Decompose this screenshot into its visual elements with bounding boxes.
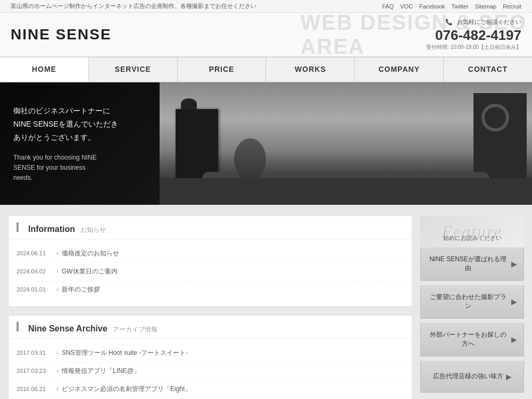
news-date-3: 2024.01.01 — [16, 286, 56, 293]
feature-btn-1-text: NINE SENSEが選ばれる理由 — [427, 255, 509, 273]
archive-content: 2017.03.31 › SNS管理ツール Hoot suite -フートスイー… — [9, 339, 412, 399]
archive-section: Nine Sense Archive アーカイブ情報 2017.03.31 › … — [8, 315, 412, 399]
archive-date-1: 2017.03.31 — [16, 350, 56, 356]
news-date-2: 2024.04.02 — [16, 268, 56, 275]
news-item-3: 2024.01.01 › 新年のご挨拶 — [16, 281, 404, 298]
top-bar-description: 富山県のホームページ制作からインターネット広告の企画制作、各種撮影までお任せくだ… — [11, 2, 256, 10]
feature-header: Feature 始めにお読みください — [420, 215, 524, 247]
business-hours: 受付時間: 10:00-19:00【土日祝日休み】 — [426, 44, 521, 51]
sitemap-link[interactable]: Sitemap — [475, 3, 496, 10]
hero-section: 御社のビジネスパートナーに NINE SENSEを選んでいただき ありがとうござ… — [0, 82, 532, 205]
feature-btn-2[interactable]: ご要望に合わせた撮影プラン ▶ — [420, 285, 524, 319]
archive-accent-bar — [16, 322, 19, 331]
recruit-link[interactable]: Recruit — [503, 3, 521, 10]
feature-gap-1 — [420, 281, 524, 285]
archive-arrow-2: › — [56, 367, 59, 375]
feature-btn-2-arrow: ▶ — [511, 297, 517, 306]
trees-decoration — [234, 138, 266, 181]
hero-en-text: Thank you for choosing NINE SENSE for yo… — [13, 153, 146, 184]
phone-icon: 📞 — [445, 19, 453, 25]
voc-link[interactable]: VOC — [400, 3, 413, 10]
feature-gap-3 — [420, 356, 524, 361]
news-date-1: 2024.06.11 — [16, 250, 56, 256]
hero-image — [160, 82, 532, 205]
archive-link-2[interactable]: 情報発信アプリ「LINE@」 — [62, 367, 140, 376]
archive-header: Nine Sense Archive アーカイブ情報 — [9, 315, 412, 339]
feature-btn-2-text: ご要望に合わせた撮影プラン — [427, 293, 509, 311]
water-decoration — [160, 178, 532, 205]
nav-works[interactable]: WORKS — [266, 57, 355, 82]
header: NINE SENSE WEB DESIGN & SEOAREA 📞 お気軽にご相… — [0, 13, 532, 57]
archive-subtitle: アーカイブ情報 — [113, 325, 157, 334]
top-bar-links: FAQ VOC Facebook Twitter Sitemap Recruit — [382, 3, 521, 10]
information-section: Information お知らせ 2024.06.11 › 価格改定のお知らせ … — [8, 215, 412, 307]
top-bar: 富山県のホームページ制作からインターネット広告の企画制作、各種撮影までお任せくだ… — [0, 0, 532, 13]
archive-item-1: 2017.03.31 › SNS管理ツール Hoot suite -フートスイー… — [16, 344, 404, 362]
section-accent-bar — [16, 222, 19, 232]
nav-company[interactable]: COMPANY — [355, 57, 444, 82]
feature-label: 始めにお読みください — [443, 234, 502, 242]
twitter-link[interactable]: Twitter — [451, 3, 468, 10]
feature-btn-3-arrow: ▶ — [511, 335, 517, 344]
archive-title: Nine Sense Archive — [28, 324, 107, 334]
feature-btn-1[interactable]: NINE SENSEが選ばれる理由 ▶ — [420, 247, 524, 281]
feature-btn-4-text: 広告代理店様の強い味方 — [433, 372, 503, 381]
archive-arrow-1: › — [56, 349, 59, 356]
consult-text: 📞 お気軽にご相談ください — [426, 18, 521, 26]
archive-item-2: 2017.03.23 › 情報発信アプリ「LINE@」 — [16, 362, 404, 380]
nav-contact[interactable]: CONTACT — [444, 57, 532, 82]
archive-link-1[interactable]: SNS管理ツール Hoot suite -フートスイート- — [62, 348, 188, 358]
feature-btn-4[interactable]: 広告代理店様の強い味方 ▶ — [420, 361, 524, 393]
news-link-2[interactable]: GW休業日のご案内 — [62, 267, 118, 276]
feature-btn-4-arrow: ▶ — [506, 372, 512, 381]
archive-link-3[interactable]: ビジネスマン必須の名刺管理アプリ「Eight」 — [62, 385, 191, 394]
hero-text-panel: 御社のビジネスパートナーに NINE SENSEを選んでいただき ありがとうござ… — [0, 82, 160, 205]
facebook-link[interactable]: Facebook — [419, 3, 445, 10]
nav-service[interactable]: SERVICE — [89, 57, 178, 82]
news-link-3[interactable]: 新年のご挨拶 — [62, 285, 100, 294]
news-arrow-icon-3: › — [56, 286, 59, 293]
feature-watermark: Feature — [420, 215, 524, 247]
feature-btn-3-text: 外部パートナーをお探しの方へ — [427, 330, 509, 348]
information-header: Information お知らせ — [9, 216, 412, 239]
news-arrow-icon-2: › — [56, 268, 59, 275]
news-arrow-icon-1: › — [56, 250, 59, 257]
phone-number: 076-482-4197 — [426, 27, 521, 44]
archive-date-2: 2017.03.23 — [16, 368, 56, 374]
logo: NINE SENSE — [11, 26, 112, 43]
right-column: Feature 始めにお読みください NINE SENSEが選ばれる理由 ▶ ご… — [420, 215, 524, 399]
news-item-1: 2024.06.11 › 価格改定のお知らせ — [16, 245, 404, 263]
archive-arrow-3: › — [56, 385, 59, 393]
nav-home[interactable]: HOME — [0, 57, 89, 82]
feature-gap-2 — [420, 319, 524, 323]
information-subtitle: お知らせ — [80, 226, 106, 235]
hero-jp-text: 御社のビジネスパートナーに NINE SENSEを選んでいただき ありがとうござ… — [13, 104, 146, 145]
faq-link[interactable]: FAQ — [382, 3, 394, 10]
news-item-2: 2024.04.02 › GW休業日のご案内 — [16, 263, 404, 281]
header-right: 📞 お気軽にご相談ください 076-482-4197 受付時間: 10:00-1… — [426, 18, 521, 51]
left-column: Information お知らせ 2024.06.11 › 価格改定のお知らせ … — [8, 215, 412, 399]
main-nav: HOME SERVICE PRICE WORKS COMPANY CONTACT — [0, 57, 532, 82]
news-link-1[interactable]: 価格改定のお知らせ — [62, 249, 119, 258]
archive-item-3: 2016.06.21 › ビジネスマン必須の名刺管理アプリ「Eight」 — [16, 380, 404, 398]
archive-date-3: 2016.06.21 — [16, 386, 56, 392]
main-content: Information お知らせ 2024.06.11 › 価格改定のお知らせ … — [0, 205, 532, 399]
information-content: 2024.06.11 › 価格改定のお知らせ 2024.04.02 › GW休業… — [9, 239, 412, 306]
feature-btn-3[interactable]: 外部パートナーをお探しの方へ ▶ — [420, 323, 524, 356]
information-title: Information — [28, 225, 75, 234]
nav-price[interactable]: PRICE — [178, 57, 267, 82]
feature-btn-1-arrow: ▶ — [511, 260, 517, 268]
